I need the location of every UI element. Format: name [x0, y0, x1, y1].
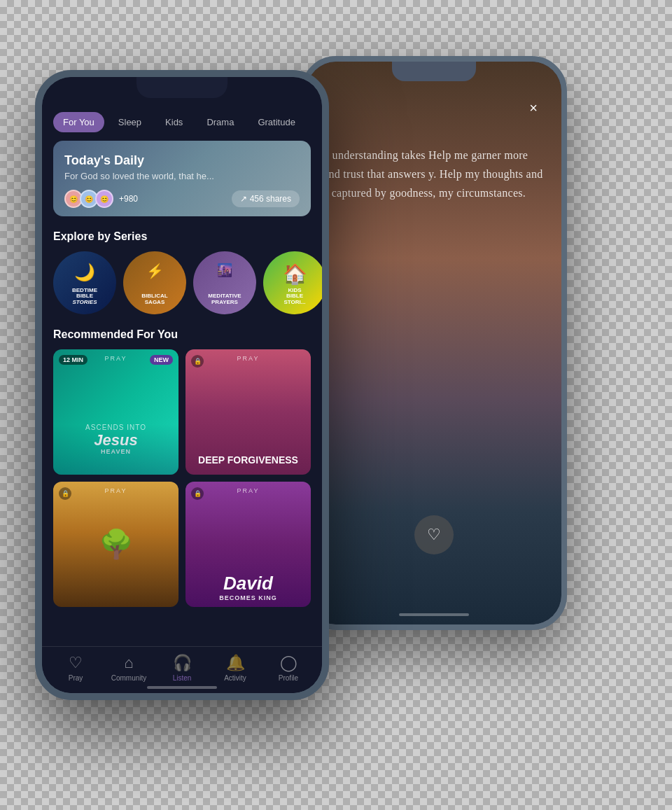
moon-icon: 🌙 — [74, 263, 95, 282]
phone2-screen: × o understanding takes Help me garner m… — [307, 62, 561, 624]
pray-icon: ♡ — [69, 654, 83, 672]
series-meditative[interactable]: 🌆 MeditativePrayers — [193, 251, 256, 314]
david-subtitle: BECOMES KING — [191, 594, 305, 601]
tab-sleep[interactable]: Sleep — [108, 112, 151, 132]
forgiveness-title: Deep Forgiveness — [191, 454, 305, 466]
daily-footer: 😊 😊 😊 +980 ↗ 456 shares — [64, 190, 300, 208]
series-meditative-label: MeditativePrayers — [193, 293, 256, 306]
explore-title: Explore by Series — [42, 228, 322, 251]
lock-icon-david: 🔒 — [191, 487, 204, 500]
series-row: 🌙 BEDTIMEBIBLEStories ⚡ BIBLICALSAGAS 🌆 … — [42, 251, 322, 326]
pray-label-tree: PRAY — [105, 487, 127, 494]
community-label: Community — [111, 674, 147, 682]
david-name: David — [191, 573, 305, 594]
daily-card-content: Today's Daily For God so loved the world… — [53, 141, 311, 216]
phone1-content: For You Sleep Kids Drama Gratitude Tod — [42, 77, 322, 693]
city-icon: 🌆 — [217, 263, 232, 278]
phone1: For You Sleep Kids Drama Gratitude Tod — [35, 70, 329, 700]
phone1-notch — [136, 77, 227, 98]
avatar-count: +980 — [119, 194, 138, 204]
bottom-nav: ♡ Pray ⌂ Community 🎧 Listen 🔔 Activity ◯ — [42, 646, 322, 693]
nav-pray[interactable]: ♡ Pray — [55, 654, 97, 682]
rec-card-tree[interactable]: 🌳 🔒 PRAY — [53, 482, 178, 607]
jesus-heaven: Heaven — [101, 448, 131, 455]
nav-activity[interactable]: 🔔 Activity — [214, 654, 256, 682]
heart-icon: ♡ — [427, 526, 441, 544]
kids-icon: 🏠 — [283, 263, 307, 286]
phone2-notch — [392, 62, 476, 81]
series-biblical[interactable]: ⚡ BIBLICALSAGAS — [123, 251, 186, 314]
tab-gratitude[interactable]: Gratitude — [248, 112, 304, 132]
lightning-icon: ⚡ — [146, 263, 164, 279]
listen-icon: 🎧 — [173, 654, 192, 672]
activity-icon: 🔔 — [226, 654, 245, 672]
jesus-text: ASCENDS INTO Jesus Heaven — [53, 349, 178, 475]
series-biblical-label: BIBLICALSAGAS — [123, 293, 186, 306]
series-bedtime[interactable]: 🌙 BEDTIMEBIBLEStories — [53, 251, 116, 314]
phone1-screen: For You Sleep Kids Drama Gratitude Tod — [42, 77, 322, 693]
jesus-title: Jesus — [94, 433, 137, 448]
lock-icon-tree: 🔒 — [59, 487, 71, 500]
phone2-background: × o understanding takes Help me garner m… — [307, 62, 561, 624]
avatar-3: 😊 — [95, 190, 113, 208]
david-text: David BECOMES KING — [186, 567, 311, 607]
jesus-subtitle: ASCENDS INTO — [85, 424, 146, 431]
pray-label-david: PRAY — [237, 487, 260, 494]
profile-icon: ◯ — [280, 654, 298, 672]
activity-label: Activity — [224, 674, 246, 682]
tab-drama[interactable]: Drama — [197, 112, 244, 132]
rec-card-jesus[interactable]: 12 MIN PRAY NEW ASCENDS INTO Jesus Heave… — [53, 349, 178, 475]
daily-avatars: 😊 😊 😊 +980 — [64, 190, 138, 208]
recommended-grid: 12 MIN PRAY NEW ASCENDS INTO Jesus Heave… — [42, 349, 322, 618]
share-count: 456 shares — [250, 194, 291, 204]
nav-profile[interactable]: ◯ Profile — [267, 654, 309, 682]
rec-card-forgiveness[interactable]: 🔒 PRAY Deep Forgiveness — [186, 349, 311, 475]
daily-subtitle: For God so loved the world, that he... — [64, 171, 300, 181]
nav-listen[interactable]: 🎧 Listen — [161, 654, 203, 682]
tab-kids[interactable]: Kids — [155, 112, 192, 132]
share-icon: ↗ — [240, 194, 247, 204]
profile-label: Profile — [279, 674, 298, 682]
recommended-title: Recommended For You — [42, 326, 322, 349]
listen-label: Listen — [173, 674, 192, 682]
prayer-text: o understanding takes Help me garner mor… — [323, 146, 545, 203]
tab-for-you[interactable]: For You — [53, 112, 104, 132]
phone2-home-bar — [399, 613, 469, 616]
phone1-home-bar — [147, 686, 217, 689]
forgiveness-text: Deep Forgiveness — [186, 446, 311, 475]
heart-button[interactable]: ♡ — [414, 515, 454, 554]
series-bedtime-label: BEDTIMEBIBLEStories — [53, 288, 116, 306]
pray-label-nav: Pray — [69, 674, 83, 682]
daily-title: Today's Daily — [64, 153, 300, 168]
series-kids-label: KidsBibleStori... — [263, 288, 322, 306]
pray-label-forgiveness: PRAY — [237, 355, 260, 362]
lock-icon-forgiveness: 🔒 — [191, 355, 204, 368]
daily-card[interactable]: Today's Daily For God so loved the world… — [53, 141, 311, 216]
community-icon: ⌂ — [124, 654, 133, 672]
nav-community[interactable]: ⌂ Community — [108, 654, 150, 682]
rec-card-david[interactable]: 🔒 PRAY David BECOMES KING — [186, 482, 311, 607]
series-kids[interactable]: 🏠 KidsBibleStori... — [263, 251, 322, 314]
phone2: × o understanding takes Help me garner m… — [301, 56, 567, 630]
tree-image: 🌳 — [53, 482, 178, 607]
close-button[interactable]: × — [522, 97, 545, 119]
share-button[interactable]: ↗ 456 shares — [232, 190, 300, 207]
